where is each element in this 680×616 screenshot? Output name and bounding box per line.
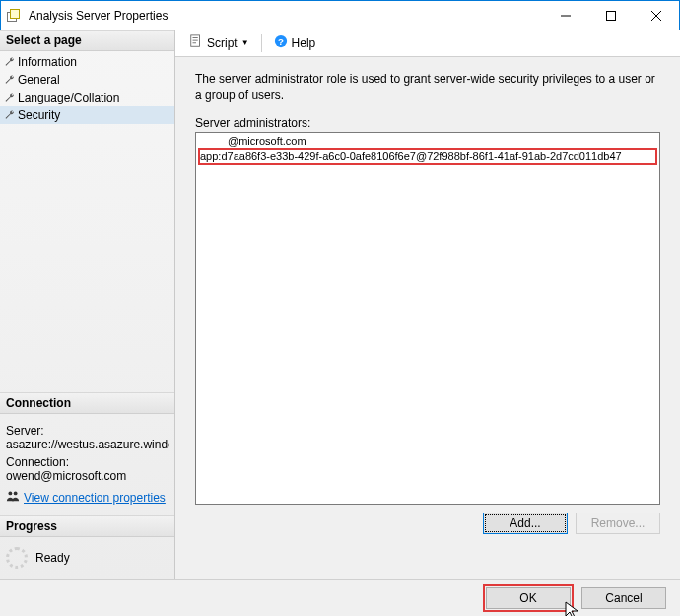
ok-highlight: OK: [483, 584, 574, 612]
page-item-label: Security: [18, 108, 60, 122]
connection-label: Connection:: [6, 455, 169, 469]
progress-header: Progress: [0, 515, 174, 537]
wrench-icon: [4, 109, 16, 121]
svg-text:?: ?: [278, 36, 284, 47]
progress-block: Ready: [0, 537, 174, 579]
add-button[interactable]: Add...: [483, 513, 568, 534]
server-label: Server:: [6, 424, 169, 438]
connection-block: Server: asazure://westus.asazure.windows…: [0, 414, 174, 515]
view-connection-link[interactable]: View connection properties: [24, 491, 166, 505]
main-panel: Script ▼ ? Help The server administrator…: [175, 30, 680, 579]
spinner-icon: [6, 547, 28, 569]
help-icon: ?: [274, 34, 288, 51]
titlebar: Analysis Server Properties: [1, 1, 679, 31]
connection-header: Connection: [0, 392, 174, 414]
script-button[interactable]: Script ▼: [185, 33, 253, 53]
admin-row[interactable]: app:d7aa86f3-e33b-429f-a6c0-0afe8106f6e7…: [198, 148, 657, 165]
svg-rect-1: [607, 11, 616, 20]
page-item-label: Language/Collation: [18, 91, 119, 104]
svg-point-4: [8, 491, 12, 495]
maximize-button[interactable]: [588, 1, 634, 30]
page-item-label: Information: [18, 55, 77, 69]
page-item-general[interactable]: General: [0, 71, 174, 89]
minimize-button[interactable]: [543, 1, 588, 30]
wrench-icon: [4, 74, 16, 86]
window-title: Analysis Server Properties: [29, 9, 168, 23]
left-panel: Select a page Information General Langua…: [0, 30, 175, 579]
script-label: Script: [207, 36, 238, 50]
close-button[interactable]: [634, 1, 679, 30]
page-item-label: General: [18, 73, 60, 87]
page-list: Information General Language/Collation S…: [0, 51, 174, 126]
toolbar-separator: [261, 34, 262, 52]
progress-status: Ready: [35, 551, 70, 565]
server-administrators-list[interactable]: @microsoft.comapp:d7aa86f3-e33b-429f-a6c…: [195, 132, 660, 505]
script-icon: [189, 34, 203, 51]
server-value: asazure://westus.asazure.windows: [6, 438, 169, 451]
page-item-information[interactable]: Information: [0, 53, 174, 71]
help-label: Help: [292, 36, 316, 50]
chevron-down-icon: ▼: [241, 38, 249, 47]
page-item-security[interactable]: Security: [0, 106, 174, 124]
description-text: The server administrator role is used to…: [195, 71, 660, 103]
connection-value: owend@microsoft.com: [6, 469, 169, 483]
ok-button[interactable]: OK: [486, 587, 571, 609]
group-icon: [6, 489, 20, 506]
page-item-language-collation[interactable]: Language/Collation: [0, 89, 174, 106]
wrench-icon: [4, 92, 16, 103]
admin-row[interactable]: @microsoft.com: [198, 134, 657, 148]
remove-button[interactable]: Remove...: [576, 513, 660, 534]
cancel-button[interactable]: Cancel: [581, 587, 666, 609]
wrench-icon: [4, 56, 16, 68]
help-button[interactable]: ? Help: [270, 33, 320, 53]
window-controls: [543, 1, 679, 30]
list-label: Server administrators:: [195, 116, 660, 130]
select-page-header: Select a page: [0, 30, 174, 51]
dialog-footer: OK Cancel: [0, 579, 680, 616]
svg-point-5: [14, 491, 18, 495]
app-icon: [7, 8, 23, 24]
toolbar: Script ▼ ? Help: [175, 30, 680, 57]
